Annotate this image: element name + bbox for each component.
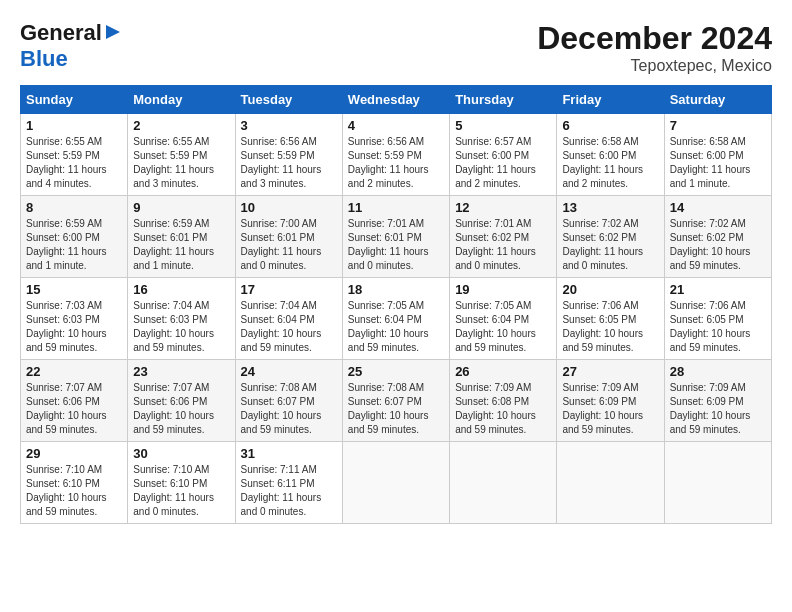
- day-info: Sunrise: 6:56 AM Sunset: 5:59 PM Dayligh…: [241, 135, 337, 191]
- week-row-4: 22Sunrise: 7:07 AM Sunset: 6:06 PM Dayli…: [21, 360, 772, 442]
- day-info: Sunrise: 7:03 AM Sunset: 6:03 PM Dayligh…: [26, 299, 122, 355]
- day-number: 29: [26, 446, 122, 461]
- day-info: Sunrise: 7:09 AM Sunset: 6:09 PM Dayligh…: [670, 381, 766, 437]
- day-number: 22: [26, 364, 122, 379]
- calendar-cell-1-1: 9Sunrise: 6:59 AM Sunset: 6:01 PM Daylig…: [128, 196, 235, 278]
- calendar-cell-2-0: 15Sunrise: 7:03 AM Sunset: 6:03 PM Dayli…: [21, 278, 128, 360]
- day-number: 13: [562, 200, 658, 215]
- day-number: 5: [455, 118, 551, 133]
- day-info: Sunrise: 7:05 AM Sunset: 6:04 PM Dayligh…: [348, 299, 444, 355]
- day-info: Sunrise: 7:01 AM Sunset: 6:01 PM Dayligh…: [348, 217, 444, 273]
- day-info: Sunrise: 7:08 AM Sunset: 6:07 PM Dayligh…: [241, 381, 337, 437]
- calendar-cell-1-0: 8Sunrise: 6:59 AM Sunset: 6:00 PM Daylig…: [21, 196, 128, 278]
- svg-marker-0: [106, 25, 120, 39]
- day-info: Sunrise: 7:02 AM Sunset: 6:02 PM Dayligh…: [562, 217, 658, 273]
- calendar-cell-0-2: 3Sunrise: 6:56 AM Sunset: 5:59 PM Daylig…: [235, 114, 342, 196]
- day-number: 17: [241, 282, 337, 297]
- day-number: 16: [133, 282, 229, 297]
- calendar-cell-1-5: 13Sunrise: 7:02 AM Sunset: 6:02 PM Dayli…: [557, 196, 664, 278]
- calendar-cell-0-5: 6Sunrise: 6:58 AM Sunset: 6:00 PM Daylig…: [557, 114, 664, 196]
- calendar-cell-0-6: 7Sunrise: 6:58 AM Sunset: 6:00 PM Daylig…: [664, 114, 771, 196]
- day-info: Sunrise: 7:04 AM Sunset: 6:04 PM Dayligh…: [241, 299, 337, 355]
- day-info: Sunrise: 7:07 AM Sunset: 6:06 PM Dayligh…: [133, 381, 229, 437]
- day-info: Sunrise: 7:09 AM Sunset: 6:09 PM Dayligh…: [562, 381, 658, 437]
- day-info: Sunrise: 7:04 AM Sunset: 6:03 PM Dayligh…: [133, 299, 229, 355]
- calendar-cell-1-4: 12Sunrise: 7:01 AM Sunset: 6:02 PM Dayli…: [450, 196, 557, 278]
- day-info: Sunrise: 6:58 AM Sunset: 6:00 PM Dayligh…: [670, 135, 766, 191]
- calendar-cell-4-4: [450, 442, 557, 524]
- col-tuesday: Tuesday: [235, 86, 342, 114]
- day-number: 10: [241, 200, 337, 215]
- day-number: 15: [26, 282, 122, 297]
- week-row-2: 8Sunrise: 6:59 AM Sunset: 6:00 PM Daylig…: [21, 196, 772, 278]
- calendar-cell-0-3: 4Sunrise: 6:56 AM Sunset: 5:59 PM Daylig…: [342, 114, 449, 196]
- col-thursday: Thursday: [450, 86, 557, 114]
- calendar-cell-2-4: 19Sunrise: 7:05 AM Sunset: 6:04 PM Dayli…: [450, 278, 557, 360]
- calendar-cell-1-2: 10Sunrise: 7:00 AM Sunset: 6:01 PM Dayli…: [235, 196, 342, 278]
- calendar-cell-4-5: [557, 442, 664, 524]
- day-info: Sunrise: 6:58 AM Sunset: 6:00 PM Dayligh…: [562, 135, 658, 191]
- day-number: 28: [670, 364, 766, 379]
- calendar-cell-4-0: 29Sunrise: 7:10 AM Sunset: 6:10 PM Dayli…: [21, 442, 128, 524]
- week-row-5: 29Sunrise: 7:10 AM Sunset: 6:10 PM Dayli…: [21, 442, 772, 524]
- calendar-cell-3-4: 26Sunrise: 7:09 AM Sunset: 6:08 PM Dayli…: [450, 360, 557, 442]
- calendar-cell-2-1: 16Sunrise: 7:04 AM Sunset: 6:03 PM Dayli…: [128, 278, 235, 360]
- day-number: 21: [670, 282, 766, 297]
- calendar-cell-4-2: 31Sunrise: 7:11 AM Sunset: 6:11 PM Dayli…: [235, 442, 342, 524]
- day-number: 25: [348, 364, 444, 379]
- page-title: December 2024: [537, 20, 772, 57]
- day-number: 14: [670, 200, 766, 215]
- header-row: Sunday Monday Tuesday Wednesday Thursday…: [21, 86, 772, 114]
- day-info: Sunrise: 7:11 AM Sunset: 6:11 PM Dayligh…: [241, 463, 337, 519]
- calendar-cell-3-0: 22Sunrise: 7:07 AM Sunset: 6:06 PM Dayli…: [21, 360, 128, 442]
- calendar-cell-4-6: [664, 442, 771, 524]
- day-number: 6: [562, 118, 658, 133]
- calendar-cell-1-6: 14Sunrise: 7:02 AM Sunset: 6:02 PM Dayli…: [664, 196, 771, 278]
- day-info: Sunrise: 6:56 AM Sunset: 5:59 PM Dayligh…: [348, 135, 444, 191]
- calendar-cell-0-0: 1Sunrise: 6:55 AM Sunset: 5:59 PM Daylig…: [21, 114, 128, 196]
- day-number: 20: [562, 282, 658, 297]
- calendar-cell-2-3: 18Sunrise: 7:05 AM Sunset: 6:04 PM Dayli…: [342, 278, 449, 360]
- calendar-table: Sunday Monday Tuesday Wednesday Thursday…: [20, 85, 772, 524]
- day-info: Sunrise: 7:08 AM Sunset: 6:07 PM Dayligh…: [348, 381, 444, 437]
- day-info: Sunrise: 7:07 AM Sunset: 6:06 PM Dayligh…: [26, 381, 122, 437]
- calendar-cell-0-4: 5Sunrise: 6:57 AM Sunset: 6:00 PM Daylig…: [450, 114, 557, 196]
- day-number: 9: [133, 200, 229, 215]
- logo-arrow-icon: [104, 23, 122, 41]
- day-info: Sunrise: 7:00 AM Sunset: 6:01 PM Dayligh…: [241, 217, 337, 273]
- calendar-cell-3-1: 23Sunrise: 7:07 AM Sunset: 6:06 PM Dayli…: [128, 360, 235, 442]
- day-number: 3: [241, 118, 337, 133]
- calendar-cell-2-2: 17Sunrise: 7:04 AM Sunset: 6:04 PM Dayli…: [235, 278, 342, 360]
- calendar-cell-2-5: 20Sunrise: 7:06 AM Sunset: 6:05 PM Dayli…: [557, 278, 664, 360]
- calendar-cell-4-1: 30Sunrise: 7:10 AM Sunset: 6:10 PM Dayli…: [128, 442, 235, 524]
- day-info: Sunrise: 7:02 AM Sunset: 6:02 PM Dayligh…: [670, 217, 766, 273]
- day-number: 19: [455, 282, 551, 297]
- day-info: Sunrise: 7:01 AM Sunset: 6:02 PM Dayligh…: [455, 217, 551, 273]
- title-block: December 2024 Tepoxtepec, Mexico: [537, 20, 772, 75]
- day-info: Sunrise: 7:05 AM Sunset: 6:04 PM Dayligh…: [455, 299, 551, 355]
- day-number: 11: [348, 200, 444, 215]
- week-row-1: 1Sunrise: 6:55 AM Sunset: 5:59 PM Daylig…: [21, 114, 772, 196]
- col-monday: Monday: [128, 86, 235, 114]
- calendar-cell-3-2: 24Sunrise: 7:08 AM Sunset: 6:07 PM Dayli…: [235, 360, 342, 442]
- day-number: 2: [133, 118, 229, 133]
- logo-blue: Blue: [20, 46, 68, 71]
- calendar-cell-3-3: 25Sunrise: 7:08 AM Sunset: 6:07 PM Dayli…: [342, 360, 449, 442]
- calendar-cell-4-3: [342, 442, 449, 524]
- day-number: 4: [348, 118, 444, 133]
- page-subtitle: Tepoxtepec, Mexico: [537, 57, 772, 75]
- day-number: 24: [241, 364, 337, 379]
- day-number: 7: [670, 118, 766, 133]
- week-row-3: 15Sunrise: 7:03 AM Sunset: 6:03 PM Dayli…: [21, 278, 772, 360]
- col-wednesday: Wednesday: [342, 86, 449, 114]
- col-saturday: Saturday: [664, 86, 771, 114]
- day-number: 12: [455, 200, 551, 215]
- day-info: Sunrise: 7:06 AM Sunset: 6:05 PM Dayligh…: [562, 299, 658, 355]
- day-number: 31: [241, 446, 337, 461]
- day-number: 27: [562, 364, 658, 379]
- logo-general: General: [20, 20, 102, 46]
- day-number: 8: [26, 200, 122, 215]
- col-friday: Friday: [557, 86, 664, 114]
- logo: General Blue: [20, 20, 122, 72]
- day-info: Sunrise: 7:06 AM Sunset: 6:05 PM Dayligh…: [670, 299, 766, 355]
